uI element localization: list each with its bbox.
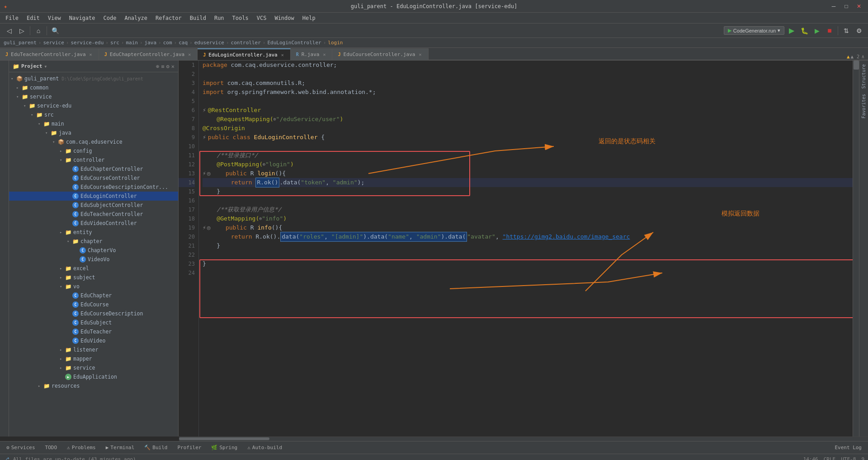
tree-item-edu-chapter[interactable]: C EduChapter [9,291,178,300]
encoding[interactable]: CRLE [824,456,836,460]
bottom-tab-spring[interactable]: 🌿 Spring [207,442,242,453]
tab-close-button[interactable]: ✕ [418,52,422,57]
line-col[interactable]: 14:46 [803,456,818,460]
breadcrumb-item[interactable]: EduLoginController [267,40,321,46]
menu-item[interactable]: Refactor [152,14,185,22]
bottom-tab-auto-build[interactable]: ⚠ Auto-build [243,442,287,453]
project-tool-icon[interactable] [0,62,9,99]
tree-item-mapper[interactable]: 📁 mapper [9,354,178,363]
tree-item-config[interactable]: 📁 config [9,146,178,155]
tree-item-service[interactable]: 📁 service [9,92,178,101]
indent[interactable]: UTF-8 [841,456,856,460]
tab-close-button[interactable]: ✕ [280,52,285,58]
editor-scrollbar[interactable] [853,61,859,437]
tree-root-guli-parent[interactable]: 📦 guli_parent D:\Code\SpringCode\guli_pa… [9,74,178,83]
tree-item-main[interactable]: 📁 main [9,119,178,128]
bottom-tab-profiler[interactable]: Profiler [173,442,206,453]
locate-file-icon[interactable]: ⊕ [156,63,159,70]
maximize-button[interactable]: □ [841,2,852,10]
tree-item-edu-teacher-controller[interactable]: C EduTeacherController [9,210,178,219]
bottom-tab-services[interactable]: ⚙ Services [2,442,40,453]
tab-close-button[interactable]: ✕ [89,52,93,57]
breadcrumb-item[interactable]: caq [179,40,188,46]
menu-item[interactable]: Help [299,14,319,22]
code-editor[interactable]: package com.caq.eduservice.controller; i… [199,61,859,437]
warnings-indicator[interactable]: ▲ ▲ 2 ∧ [843,54,868,60]
forward-button[interactable]: ▷ [16,25,27,36]
breadcrumb-item[interactable]: main [126,40,138,46]
coverage-button[interactable]: ▶ [811,25,822,36]
tree-item-edu-subject[interactable]: C EduSubject [9,318,178,327]
tree-item-edu-course-desc[interactable]: C EduCourseDescription [9,309,178,318]
line-sep[interactable]: 9 [861,456,864,460]
back-button[interactable]: ◁ [4,25,14,36]
tree-item-edu-login-controller[interactable]: C EduLoginController [9,192,178,201]
tree-item-video-vo[interactable]: C VideoVo [9,255,178,264]
collapse-all-icon[interactable]: ≡ [161,63,164,70]
close-button[interactable]: ✕ [854,2,864,10]
minimize-button[interactable]: ─ [828,2,839,10]
tree-item-resources[interactable]: 📁 resources [9,381,178,390]
tree-item-listener[interactable]: 📁 listener [9,345,178,354]
tab-edu-teacher-controller[interactable]: J EduTeacherController.java ✕ [0,48,99,60]
breadcrumb-item[interactable]: controller [231,40,261,46]
tree-item-edu-teacher[interactable]: C EduTeacher [9,327,178,336]
bottom-tab-todo[interactable]: TODO [41,442,62,453]
menu-item[interactable]: Analyze [121,14,151,22]
bottom-tab-terminal[interactable]: ▶ Terminal [101,442,139,453]
settings-icon[interactable]: ⚙ [166,63,170,70]
tree-item-service-edu[interactable]: 📁 service-edu [9,101,178,110]
tree-item-package[interactable]: 📦 com.caq.eduservice [9,137,178,146]
tree-item-vo[interactable]: 📁 vo [9,282,178,291]
close-panel-icon[interactable]: ✕ [171,63,175,70]
horizontal-scrollbar[interactable] [179,437,868,441]
menu-item[interactable]: Edit [23,14,43,22]
menu-item[interactable]: Build [186,14,210,22]
settings-button[interactable]: ⚙ [854,25,864,36]
menu-item[interactable]: View [44,14,65,22]
breadcrumb-item[interactable]: java [145,40,157,46]
menu-item[interactable]: VCS [253,14,270,22]
breadcrumb-item[interactable]: src [110,40,119,46]
tree-item-edu-subject-controller[interactable]: C EduSubjectController [9,201,178,210]
tree-item-edu-course-desc-controller[interactable]: C EduCourseDescriptionContr... [9,183,178,192]
tab-r-java[interactable]: R R.java ✕ [291,48,333,60]
bottom-tab-problems[interactable]: ⚠ Problems [62,442,100,453]
breadcrumb-item[interactable]: service [43,40,64,46]
stop-button[interactable]: ■ [824,25,835,36]
tree-item-subject[interactable]: 📁 subject [9,273,178,282]
tab-close-button[interactable]: ✕ [322,52,326,57]
bottom-tab-event-log[interactable]: Event Log [830,442,866,453]
menu-item[interactable]: Window [271,14,297,22]
tree-item-java[interactable]: 📁 java [9,128,178,137]
tree-item-edu-application[interactable]: ▶ EduApplication [9,372,178,381]
scrollbar-thumb[interactable] [854,61,859,70]
tab-edu-course-controller[interactable]: J EduCourseController.java ✕ [332,48,428,60]
tab-edu-login-controller[interactable]: J EduLoginController.java ✕ [198,48,290,60]
search-everywhere-button[interactable]: 🔍 [50,25,61,36]
run-button[interactable]: ▶ [786,25,797,36]
menu-item[interactable]: File [2,14,22,22]
project-dropdown-icon[interactable]: ▾ [44,63,47,70]
breadcrumb-item[interactable]: guli_parent [4,40,37,46]
tree-item-edu-chapter-controller[interactable]: C EduChapterController [9,164,178,174]
tab-close-button[interactable]: ✕ [187,52,192,57]
tree-item-edu-course[interactable]: C EduCourse [9,300,178,309]
tree-item-service-folder[interactable]: 📁 service [9,363,178,372]
menu-item[interactable]: Tools [229,14,252,22]
tree-item-controller[interactable]: 📁 controller [9,155,178,164]
structure-label[interactable]: Structure [861,64,866,89]
tree-item-src[interactable]: 📁 src [9,110,178,119]
tree-item-common[interactable]: 📁 common [9,83,178,92]
breadcrumb-item[interactable]: com [163,40,172,46]
home-button[interactable]: ⌂ [33,25,44,36]
run-config-button[interactable]: ▶ CodeGenerator.run ▾ [724,26,784,35]
breadcrumb-item[interactable]: service-edu [71,40,104,46]
tab-edu-chapter-controller[interactable]: J EduChapterController.java ✕ [99,48,198,60]
tree-item-edu-video[interactable]: C EduVideo [9,336,178,345]
tree-item-entity[interactable]: 📁 entity [9,228,178,237]
tree-item-edu-course-controller[interactable]: C EduCourseController [9,174,178,183]
hscroll-thumb[interactable] [179,437,269,440]
breadcrumb-current[interactable]: login [328,40,343,46]
menu-item[interactable]: Run [211,14,228,22]
